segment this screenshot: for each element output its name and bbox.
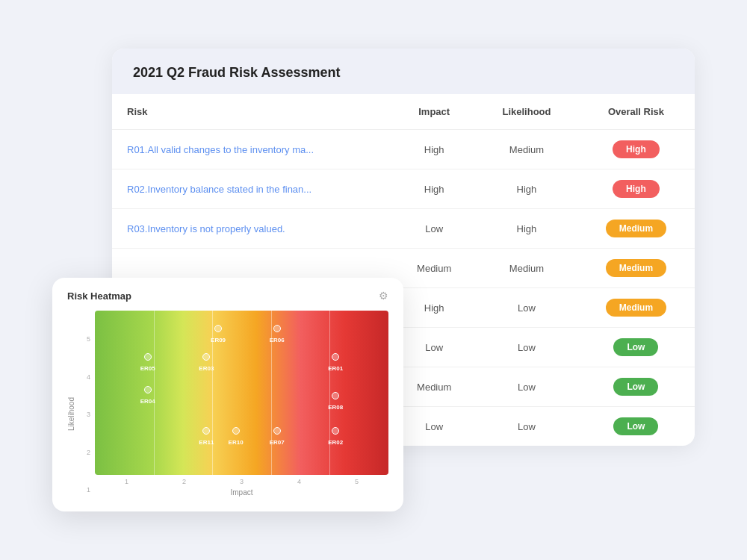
heatmap-gradient (95, 311, 388, 475)
overall-risk-cell: Medium (577, 288, 695, 328)
risk-name-cell: R03.Inventory is not properly valued. (112, 209, 392, 249)
risk-link[interactable]: R02.Inventory balance stated in the fina… (127, 184, 311, 195)
heatmap-dot-er05 (144, 353, 152, 361)
x-axis-label: Impact (230, 488, 252, 497)
likelihood-cell: Low (476, 328, 577, 367)
likelihood-cell: Low (476, 407, 577, 447)
overall-risk-cell: Low (577, 407, 695, 447)
heatmap-dot-label-er09: ER09 (211, 337, 226, 343)
risk-badge: Medium (606, 220, 666, 237)
risk-link[interactable]: R01.All valid changes to the inventory m… (127, 144, 314, 155)
risk-link[interactable]: R03.Inventory is not properly valued. (127, 223, 285, 234)
card-title: 2021 Q2 Fraud Risk Assessment (133, 65, 340, 80)
heatmap-dot-er04 (144, 386, 152, 393)
heatmap-dot-label-er01: ER01 (328, 365, 343, 372)
overall-risk-cell: High (577, 130, 695, 169)
table-row: R01.All valid changes to the inventory m… (112, 130, 695, 169)
risk-badge: Low (613, 378, 658, 396)
risk-badge: Medium (606, 299, 666, 317)
heatmap-dot-label-er06: ER06 (270, 337, 285, 343)
impact-cell: Low (392, 209, 476, 249)
impact-cell: High (392, 169, 476, 209)
heatmap-dot-label-er04: ER04 (140, 398, 155, 405)
table-row: R02.Inventory balance stated in the fina… (112, 169, 695, 209)
risk-badge: Medium (606, 259, 666, 277)
impact-cell: High (392, 288, 476, 328)
heatmap-dot-label-er11: ER11 (199, 439, 214, 446)
heatmap-dot-label-er02: ER02 (328, 439, 343, 446)
card-header: 2021 Q2 Fraud Risk Assessment (112, 49, 695, 94)
heatmap-dot-er01 (332, 353, 339, 361)
heatmap-dot-label-er07: ER07 (270, 439, 285, 446)
heatmap-right: ER01ER02ER03ER04ER05ER06ER07ER08ER09ER10… (95, 311, 388, 497)
risk-name-cell: R01.All valid changes to the inventory m… (112, 130, 392, 169)
heatmap-grid-wrap: ER01ER02ER03ER04ER05ER06ER07ER08ER09ER10… (95, 311, 388, 475)
heatmap-dot-er08 (332, 392, 339, 399)
heatmap-dot-er03 (202, 353, 210, 361)
heatmap-body: Likelihood 1 2 3 4 5 (67, 311, 388, 497)
x-axis: 1 2 3 4 5 Impact (95, 478, 388, 497)
overall-risk-cell: Low (577, 367, 695, 407)
col-overall-risk: Overall Risk (577, 94, 695, 130)
risk-name-cell: R02.Inventory balance stated in the fina… (112, 169, 392, 209)
table-row: R03.Inventory is not properly valued.Low… (112, 209, 695, 249)
heatmap-dot-er09 (214, 325, 222, 332)
impact-cell: Low (392, 328, 476, 367)
impact-cell: High (392, 130, 476, 169)
impact-cell: Low (392, 407, 476, 447)
likelihood-cell: High (476, 209, 577, 249)
likelihood-cell: High (476, 169, 577, 209)
impact-cell: Medium (392, 249, 476, 288)
heatmap-dot-er06 (273, 325, 281, 332)
likelihood-cell: Low (476, 367, 577, 407)
risk-badge: Low (613, 417, 658, 435)
likelihood-cell: Low (476, 288, 577, 328)
col-impact: Impact (392, 94, 476, 130)
risk-badge: High (613, 180, 660, 198)
heatmap-title: Risk Heatmap (67, 290, 131, 302)
heatmap-dot-er10 (232, 427, 240, 435)
heatmap-dot-er11 (202, 427, 210, 435)
risk-badge: High (613, 140, 660, 158)
heatmap-dot-label-er05: ER05 (140, 365, 155, 372)
heatmap-card: Risk Heatmap ⚙ Likelihood 1 2 3 4 5 (52, 278, 403, 511)
col-likelihood: Likelihood (476, 94, 577, 130)
overall-risk-cell: Medium (577, 209, 695, 249)
heatmap-dot-label-er10: ER10 (229, 439, 244, 446)
overall-risk-cell: Low (577, 328, 695, 367)
x-ticks: 1 2 3 4 5 (95, 478, 388, 485)
col-risk: Risk (112, 94, 392, 130)
gear-icon[interactable]: ⚙ (379, 290, 388, 302)
overall-risk-cell: Medium (577, 249, 695, 288)
likelihood-cell: Medium (476, 130, 577, 169)
heatmap-dot-er02 (332, 427, 339, 435)
y-axis-label: Likelihood (67, 397, 75, 431)
heatmap-dot-er07 (273, 427, 281, 435)
y-ticks: 1 2 3 4 5 (80, 332, 90, 497)
likelihood-cell: Medium (476, 249, 577, 288)
heatmap-header: Risk Heatmap ⚙ (67, 290, 388, 302)
risk-badge: Low (613, 338, 658, 356)
heatmap-dot-label-er03: ER03 (199, 365, 214, 372)
heatmap-dot-label-er08: ER08 (328, 404, 343, 411)
overall-risk-cell: High (577, 169, 695, 209)
impact-cell: Medium (392, 367, 476, 407)
